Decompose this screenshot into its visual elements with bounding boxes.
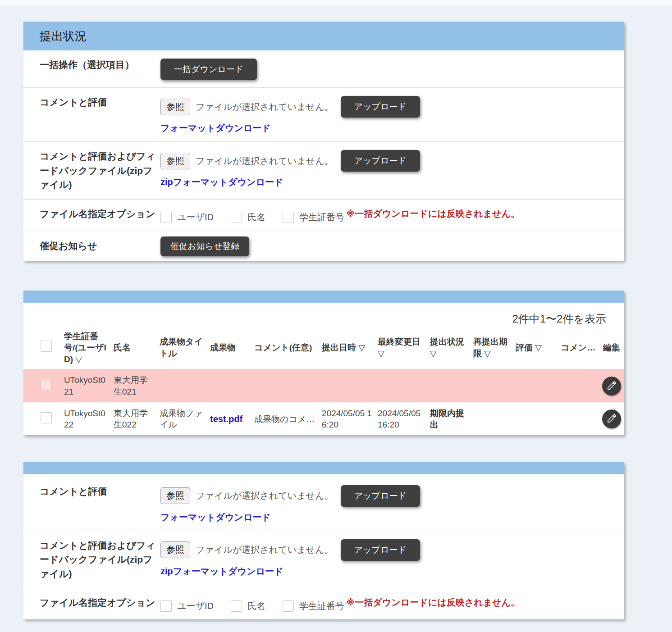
- user-id-checkbox[interactable]: [160, 600, 172, 612]
- comment-eval-label: コメントと評価: [40, 95, 160, 134]
- bulk-download-warning: ※一括ダウンロードには反映されません。: [346, 208, 520, 220]
- submission-table: 学生証番号/(ユーザID) ▽ 氏名 成果物タイトル 成果物 コメント(任意) …: [23, 326, 624, 435]
- table-header-row: 学生証番号/(ユーザID) ▽ 氏名 成果物タイトル 成果物 コメント(任意) …: [23, 326, 624, 370]
- submission-table-panel: 2件中1〜2件を表示 学生証番号/(ユーザID) ▽ 氏名 成果物タイトル 成果…: [23, 291, 624, 435]
- student-id-cell: UTokyoSt021: [61, 370, 111, 403]
- col-submitted-at[interactable]: 提出日時 ▽: [319, 326, 375, 370]
- filename-option-label: ファイル名指定オプション: [40, 596, 160, 612]
- student-no-checkbox-label: 学生証番号: [299, 211, 344, 223]
- select-all-checkbox[interactable]: [41, 341, 52, 352]
- col-work-title: 成果物タイトル: [157, 326, 207, 370]
- col-resubmit-due[interactable]: 再提出期限 ▽: [471, 326, 513, 370]
- name-checkbox-label: 氏名: [247, 211, 265, 223]
- format-download-link[interactable]: フォーマットダウンロード: [160, 511, 271, 523]
- filename-option-row: ファイル名指定オプション ユーザID 氏名 学生証番号 ※一括ダウンロードには反…: [23, 199, 624, 231]
- panel-title: 提出状況: [23, 22, 624, 50]
- upload-button[interactable]: アップロード: [341, 96, 420, 118]
- bulk-download-warning: ※一括ダウンロードには反映されません。: [346, 596, 520, 609]
- work-cell: test.pdf: [207, 403, 251, 435]
- table-row: UTokyoSt021 東大用学生021: [23, 370, 624, 403]
- work-cell: [207, 370, 251, 403]
- col-comment-trunc: コメン…: [558, 326, 599, 370]
- col-edit: 編集: [599, 326, 624, 370]
- comment-eval-zip-row: コメントと評価およびフィードバックファイル(zipファイル) 参照 ファイルが選…: [23, 141, 624, 199]
- comment-upload-panel: コメントと評価 参照 ファイルが選択されていません。 アップロード フォーマット…: [23, 462, 624, 620]
- comment-eval-zip-label: コメントと評価およびフィードバックファイル(zipファイル): [40, 149, 160, 192]
- no-file-selected-text: ファイルが選択されていません。: [196, 101, 334, 113]
- browse-button[interactable]: 参照: [160, 99, 190, 115]
- comment-eval-row: コメントと評価 参照 ファイルが選択されていません。 アップロード フォーマット…: [23, 87, 624, 141]
- student-no-checkbox[interactable]: [283, 212, 294, 223]
- reminder-label: 催促お知らせ: [40, 239, 160, 253]
- name-checkbox[interactable]: [231, 600, 242, 612]
- grade-cell: [513, 370, 558, 403]
- submission-status-panel: 提出状況 一括操作（選択項目） 一括ダウンロード コメントと評価 参照 ファイル…: [23, 22, 624, 261]
- col-name: 氏名: [111, 326, 157, 370]
- col-comment-optional: コメント(任意): [251, 326, 319, 370]
- comment-eval-label: コメントと評価: [40, 484, 160, 523]
- bulk-operation-label: 一括操作（選択項目）: [40, 58, 160, 80]
- edit-button[interactable]: [602, 377, 621, 396]
- result-count-text: 2件中1〜2件を表示: [23, 303, 624, 326]
- filename-option-label: ファイル名指定オプション: [40, 207, 160, 223]
- col-modified-at[interactable]: 最終変更日 ▽: [375, 326, 427, 370]
- row-checkbox[interactable]: [41, 379, 52, 390]
- status-cell: 期限内提出: [427, 403, 471, 435]
- upload-panel-header-bar: [23, 462, 624, 474]
- student-no-checkbox-label: 学生証番号: [299, 600, 344, 612]
- grade-cell: [513, 403, 558, 435]
- format-download-link[interactable]: フォーマットダウンロード: [160, 122, 271, 134]
- status-cell: [427, 370, 471, 403]
- user-id-checkbox[interactable]: [160, 212, 172, 223]
- user-id-checkbox-label: ユーザID: [177, 211, 214, 223]
- edit-button[interactable]: [602, 409, 621, 428]
- pencil-icon: [607, 380, 617, 392]
- upload-button[interactable]: アップロード: [341, 539, 420, 561]
- upload-button[interactable]: アップロード: [341, 150, 420, 172]
- modified-at-cell: [375, 370, 427, 403]
- zip-format-download-link[interactable]: zipフォーマットダウンロード: [160, 176, 283, 188]
- submitted-at-cell: [319, 370, 375, 403]
- resubmit-due-cell: [471, 403, 513, 435]
- modified-at-cell: 2024/05/05 16:20: [375, 403, 427, 435]
- col-work: 成果物: [207, 326, 251, 370]
- col-student-id[interactable]: 学生証番号/(ユーザID) ▽: [61, 326, 111, 370]
- name-checkbox-label: 氏名: [247, 600, 265, 612]
- browse-button[interactable]: 参照: [160, 487, 190, 504]
- name-cell: 東大用学生021: [111, 370, 157, 403]
- zip-format-download-link[interactable]: zipフォーマットダウンロード: [160, 565, 283, 577]
- bulk-download-button[interactable]: 一括ダウンロード: [160, 59, 257, 80]
- bulk-operation-row: 一括操作（選択項目） 一括ダウンロード: [23, 50, 624, 87]
- col-status[interactable]: 提出状況 ▽: [427, 326, 471, 370]
- upload-button[interactable]: アップロード: [341, 485, 420, 507]
- col-grade[interactable]: 評価 ▽: [513, 326, 558, 370]
- comment-trunc-cell: [558, 370, 599, 403]
- browse-button[interactable]: 参照: [160, 153, 190, 169]
- name-checkbox[interactable]: [231, 212, 242, 223]
- page-top-strip: [0, 0, 672, 6]
- browse-button[interactable]: 参照: [160, 541, 190, 558]
- no-file-selected-text: ファイルが選択されていません。: [196, 490, 334, 502]
- row-checkbox[interactable]: [41, 412, 52, 423]
- comment-eval-zip-row: コメントと評価およびフィードバックファイル(zipファイル) 参照 ファイルが選…: [23, 531, 624, 588]
- name-cell: 東大用学生022: [111, 403, 157, 435]
- no-file-selected-text: ファイルが選択されていません。: [196, 155, 334, 167]
- no-file-selected-text: ファイルが選択されていません。: [196, 544, 334, 556]
- comment-eval-row: コメントと評価 参照 ファイルが選択されていません。 アップロード フォーマット…: [23, 474, 624, 531]
- comment-trunc-cell: [558, 403, 599, 435]
- resubmit-due-cell: [471, 370, 513, 403]
- comment-cell: 成果物のコメ…: [251, 403, 319, 435]
- student-id-cell: UTokyoSt022: [61, 403, 111, 435]
- work-title-cell: [157, 370, 207, 403]
- submitted-at-cell: 2024/05/05 16:20: [319, 403, 375, 435]
- reminder-register-button[interactable]: 催促お知らせ登録: [160, 236, 249, 256]
- user-id-checkbox-label: ユーザID: [177, 600, 214, 612]
- table-panel-header-bar: [23, 291, 624, 303]
- comment-cell: [251, 370, 319, 403]
- submitted-file-link[interactable]: test.pdf: [210, 414, 242, 424]
- student-no-checkbox[interactable]: [283, 600, 294, 612]
- filename-option-row: ファイル名指定オプション ユーザID 氏名 学生証番号 ※一括ダウンロードには反…: [23, 588, 624, 619]
- table-row: UTokyoSt022 東大用学生022 成果物ファイル test.pdf 成果…: [23, 403, 624, 435]
- pencil-icon: [607, 413, 617, 425]
- work-title-cell: 成果物ファイル: [157, 403, 207, 435]
